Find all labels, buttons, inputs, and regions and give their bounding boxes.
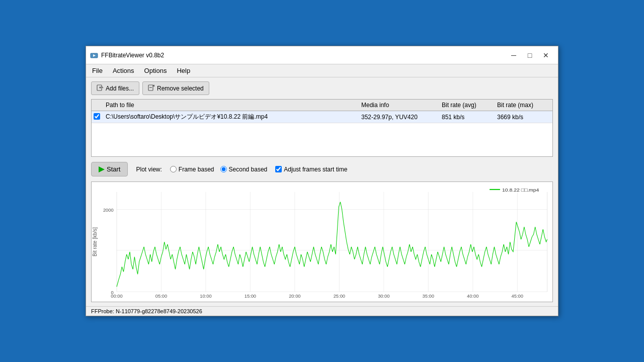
app-icon — [90, 51, 98, 59]
chart-area: Bit rate [kb/s] 0 2000 00:00 05:00 10:00 — [91, 182, 553, 302]
menu-actions[interactable]: Actions — [109, 65, 138, 76]
file-list-body: C:\Users\softaro\Desktop\サンプルビデオ¥10.8.22… — [92, 111, 552, 156]
status-text: FFProbe: N-110779-g82278e8749-20230526 — [91, 308, 202, 314]
title-bar: FFBitrateViewer v0.8b2 ─ □ ✕ — [86, 46, 558, 64]
legend-label: 10.8.22 □□.mp4 — [502, 187, 539, 193]
file-checkbox[interactable] — [94, 113, 100, 120]
remove-selected-label: Remove selected — [157, 85, 204, 92]
close-button[interactable]: ✕ — [538, 49, 554, 61]
row-bit-rate-max: 3669 kb/s — [497, 114, 552, 121]
y-axis-label: Bit rate [kb/s] — [92, 227, 98, 256]
title-bar-controls: ─ □ ✕ — [506, 49, 554, 61]
y-tick-2000: 2000 — [103, 208, 114, 213]
menu-bar: File Actions Options Help — [86, 64, 558, 77]
add-files-button[interactable]: Add files... — [91, 81, 139, 95]
frame-based-label: Frame based — [179, 166, 214, 173]
menu-options[interactable]: Options — [140, 65, 171, 76]
svg-text:25:00: 25:00 — [334, 294, 345, 299]
svg-text:40:00: 40:00 — [467, 294, 478, 299]
svg-text:15:00: 15:00 — [245, 294, 256, 299]
svg-text:30:00: 30:00 — [378, 294, 389, 299]
remove-icon — [148, 84, 155, 93]
table-row[interactable]: C:\Users\softaro\Desktop\サンプルビデオ¥10.8.22… — [92, 111, 552, 123]
row-media-info: 352-29.97p, YUV420 — [361, 114, 442, 121]
second-based-radio[interactable] — [220, 166, 227, 172]
header-bit-rate-max: Bit rate (max) — [497, 102, 552, 109]
row-checkbox[interactable] — [92, 113, 104, 121]
header-check — [92, 102, 104, 109]
second-based-label: Second based — [229, 166, 268, 173]
status-bar: FFProbe: N-110779-g82278e8749-20230526 — [86, 306, 558, 316]
toolbar: Add files... Remove selected — [86, 77, 558, 99]
frame-based-option[interactable]: Frame based — [170, 166, 214, 173]
menu-file[interactable]: File — [88, 65, 107, 76]
svg-text:05:00: 05:00 — [155, 294, 167, 299]
title-bar-left: FFBitrateViewer v0.8b2 — [90, 51, 164, 59]
start-button[interactable]: Start — [91, 162, 128, 176]
svg-text:20:00: 20:00 — [289, 294, 300, 299]
header-bit-rate-avg: Bit rate (avg) — [442, 102, 497, 109]
bitrate-line — [117, 202, 547, 287]
frame-based-radio[interactable] — [170, 166, 177, 172]
menu-help[interactable]: Help — [173, 65, 194, 76]
svg-text:45:00: 45:00 — [512, 294, 523, 299]
row-bit-rate-avg: 851 kb/s — [442, 114, 497, 121]
remove-selected-button[interactable]: Remove selected — [142, 81, 209, 95]
row-path: C:\Users\softaro\Desktop\サンプルビデオ¥10.8.22… — [104, 113, 361, 121]
adjust-frames-checkbox[interactable] — [275, 166, 282, 172]
add-files-label: Add files... — [106, 85, 134, 92]
main-window: FFBitrateViewer v0.8b2 ─ □ ✕ File Action… — [86, 46, 558, 316]
svg-text:00:00: 00:00 — [111, 294, 122, 299]
start-label: Start — [107, 165, 120, 173]
controls-row: Start Plot view: Frame based Second base… — [86, 157, 558, 182]
header-media-info: Media info — [361, 102, 442, 109]
header-path: Path to file — [104, 102, 361, 109]
bitrate-chart: Bit rate [kb/s] 0 2000 00:00 05:00 10:00 — [92, 182, 552, 302]
svg-text:10:00: 10:00 — [200, 294, 211, 299]
radio-group: Frame based Second based — [170, 166, 267, 173]
minimize-button[interactable]: ─ — [506, 49, 522, 61]
maximize-button[interactable]: □ — [522, 49, 538, 61]
file-list: Path to file Media info Bit rate (avg) B… — [91, 99, 553, 157]
adjust-frames-option[interactable]: Adjust frames start time — [275, 166, 347, 173]
svg-text:35:00: 35:00 — [423, 294, 434, 299]
play-icon — [99, 166, 105, 172]
second-based-option[interactable]: Second based — [220, 166, 268, 173]
file-list-header: Path to file Media info Bit rate (avg) B… — [92, 100, 552, 111]
add-files-icon — [97, 84, 104, 93]
window-title: FFBitrateViewer v0.8b2 — [101, 52, 164, 59]
adjust-frames-label: Adjust frames start time — [284, 166, 347, 173]
plot-view-label: Plot view: — [136, 166, 162, 173]
